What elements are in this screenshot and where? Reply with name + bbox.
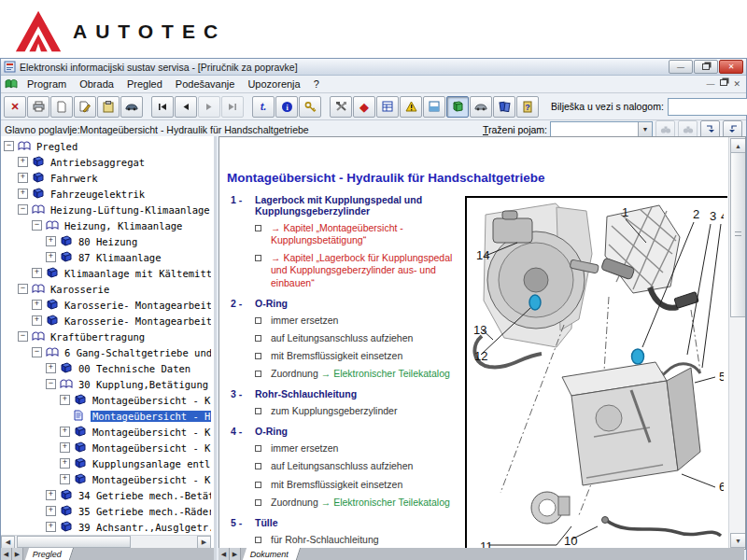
tree-expander-plus-icon[interactable]: + bbox=[32, 300, 42, 310]
tree-item[interactable]: +Fahrzeugelektrik bbox=[1, 186, 211, 202]
tab-pregled[interactable]: Pregled bbox=[25, 548, 74, 560]
tree-expander-plus-icon[interactable]: + bbox=[32, 315, 42, 326]
tab-next-icon[interactable]: ▶ bbox=[12, 548, 23, 560]
menu-upozorenja[interactable]: Upozorenja bbox=[241, 77, 306, 91]
tree-expander-minus-icon[interactable]: − bbox=[32, 220, 42, 231]
restore-button[interactable] bbox=[694, 60, 718, 74]
mdi-close-button[interactable]: ✕ bbox=[733, 79, 740, 89]
tree-item[interactable]: +Montageübersicht - Kupplung bbox=[1, 471, 211, 487]
tree-item[interactable]: +Kupplungsanlage entlüften bbox=[1, 455, 211, 471]
tree-item[interactable]: −Heizung, Klimaanlage bbox=[1, 217, 211, 233]
tab-dokument[interactable]: Dokument bbox=[243, 548, 301, 560]
exit-button[interactable]: ✕ bbox=[4, 96, 26, 118]
vehicle-button[interactable] bbox=[120, 96, 143, 118]
print-button[interactable] bbox=[27, 96, 49, 118]
tree-item[interactable]: +Klimaanlage mit Kältemittel R13 bbox=[1, 265, 211, 281]
tree-item[interactable]: +00 Technische Daten bbox=[1, 360, 211, 376]
tree-item[interactable]: +87 Klimaanlage bbox=[1, 249, 211, 265]
scroll-up-icon[interactable]: ▲ bbox=[730, 138, 746, 153]
mdi-restore-button[interactable] bbox=[720, 79, 727, 86]
warning-button[interactable] bbox=[400, 96, 422, 118]
tree-item[interactable]: +Antriebsaggregat bbox=[1, 154, 211, 170]
note-input[interactable] bbox=[668, 98, 747, 116]
tree-item[interactable]: −30 Kupplung,Betätigung bbox=[1, 376, 211, 392]
tree-item[interactable]: −Karosserie bbox=[1, 281, 211, 297]
menu-?[interactable]: ? bbox=[307, 77, 326, 91]
tree-expander-minus-icon[interactable]: − bbox=[18, 331, 28, 342]
tree-expander-plus-icon[interactable]: + bbox=[60, 395, 70, 405]
tree-item[interactable]: +35 Getriebe mech.-Räder,Welle bbox=[1, 503, 211, 519]
new-doc-button[interactable] bbox=[50, 96, 73, 118]
tree-expander-plus-icon[interactable]: + bbox=[46, 522, 56, 532]
tree-expander-plus-icon[interactable]: + bbox=[60, 442, 70, 453]
scrollbar-thumb[interactable] bbox=[17, 536, 131, 548]
tree-item[interactable]: +Montageübersicht - Kupplung bbox=[1, 440, 211, 455]
tree-item[interactable]: −Pregled bbox=[1, 138, 211, 154]
tree-item[interactable]: −6 Gang-Schaltgetriebe und Autom bbox=[1, 344, 211, 360]
minimize-button[interactable]: — bbox=[669, 60, 693, 74]
nav-first-button[interactable] bbox=[151, 96, 174, 118]
parts-button[interactable]: ◆ bbox=[353, 96, 375, 118]
tree-expander-minus-icon[interactable]: − bbox=[18, 284, 28, 294]
paste-note-button[interactable] bbox=[97, 96, 120, 118]
tree-expander-minus-icon[interactable]: − bbox=[4, 141, 14, 151]
menu-pregled[interactable]: Pregled bbox=[120, 77, 169, 91]
scroll-down-icon[interactable]: ▼ bbox=[730, 533, 746, 548]
title-bar[interactable]: Elektronski informacijski sustav servisa… bbox=[1, 59, 746, 76]
nav-prev-button[interactable] bbox=[175, 96, 197, 118]
scroll-right-icon[interactable]: ▶ bbox=[197, 536, 211, 549]
tree-expander-plus-icon[interactable]: + bbox=[46, 490, 56, 500]
tab-next-icon[interactable]: ▶ bbox=[230, 548, 241, 560]
text-size-button[interactable]: t. bbox=[252, 96, 275, 118]
tree-item[interactable]: +Fahrwerk bbox=[1, 170, 211, 186]
info-button[interactable]: i bbox=[275, 96, 298, 118]
tree-item[interactable]: +34 Getriebe mech.-Betät.,ZSB. bbox=[1, 487, 211, 503]
chapter-link[interactable]: → Kapitel „Lagerbock für Kupplungspedal … bbox=[271, 252, 452, 287]
close-button[interactable]: ✕ bbox=[719, 60, 743, 74]
tree-item[interactable]: −Kraftübertragung bbox=[1, 329, 211, 344]
combo-dropdown-icon[interactable]: ▼ bbox=[638, 122, 652, 136]
tree-item[interactable]: −Heizung-Lüftung-Klimaanlage bbox=[1, 202, 211, 217]
tree-expander-minus-icon[interactable]: − bbox=[18, 204, 28, 215]
help-book-button[interactable]: ? bbox=[516, 96, 539, 118]
tree-expander-minus-icon[interactable]: − bbox=[32, 347, 42, 357]
scrollbar-thumb[interactable] bbox=[730, 152, 746, 317]
tree-item[interactable]: +Montageübersicht - Kupplung bbox=[1, 424, 211, 440]
tree-expander-plus-icon[interactable]: + bbox=[60, 474, 70, 484]
tree-item[interactable]: +80 Heizung bbox=[1, 233, 211, 249]
tree-expander-plus-icon[interactable]: + bbox=[18, 157, 28, 167]
tree-expander-plus-icon[interactable]: + bbox=[18, 189, 28, 199]
tree-item[interactable]: +Karosserie- Montagearbeiten Inn bbox=[1, 297, 211, 313]
panel-button[interactable] bbox=[423, 96, 445, 118]
search-combobox[interactable]: ▼ bbox=[550, 121, 653, 137]
car-data-button[interactable] bbox=[470, 96, 492, 118]
tab-prev-icon[interactable]: ◀ bbox=[218, 548, 230, 560]
tree-expander-plus-icon[interactable]: + bbox=[60, 458, 70, 469]
tab-prev-icon[interactable]: ◀ bbox=[1, 548, 12, 560]
tree-expander-minus-icon[interactable]: − bbox=[46, 379, 56, 389]
table-button[interactable] bbox=[376, 96, 399, 118]
mdi-minimize-button[interactable]: — bbox=[706, 79, 714, 89]
nav-next-button[interactable] bbox=[198, 96, 220, 118]
tree-expander-plus-icon[interactable]: + bbox=[32, 268, 42, 278]
tree-item[interactable]: +Montageübersicht - Kupplung bbox=[1, 392, 211, 408]
tree-expander-plus-icon[interactable]: + bbox=[46, 236, 56, 246]
tools-button[interactable] bbox=[330, 96, 352, 118]
nav-last-button[interactable] bbox=[221, 96, 244, 118]
wiring-books-button[interactable] bbox=[493, 96, 515, 118]
tree-item[interactable]: +39 Achsantr.,Ausglgetr.,Diffs bbox=[1, 519, 211, 534]
tree-expander-plus-icon[interactable]: + bbox=[60, 427, 70, 437]
document-vertical-scrollbar[interactable]: ▲ ▼ bbox=[728, 137, 745, 549]
chapter-link[interactable]: → Kapitel „Montageübersicht - Kupplungsb… bbox=[271, 222, 403, 245]
menu-program[interactable]: Program bbox=[21, 77, 73, 91]
tree-item[interactable]: Montageübersicht - Hydrauli bbox=[1, 408, 211, 424]
tree-item[interactable]: +Karosserie- Montagearbeiten Aus bbox=[1, 313, 211, 329]
tree-expander-plus-icon[interactable]: + bbox=[18, 173, 28, 183]
scroll-left-icon[interactable]: ◀ bbox=[1, 536, 15, 549]
menu-podeavanje[interactable]: Podešavanje bbox=[169, 77, 242, 91]
parts-catalog-link[interactable]: → Elektronischer Teilekatalog bbox=[321, 497, 450, 508]
repair-manual-button[interactable] bbox=[446, 96, 469, 118]
menu-obrada[interactable]: Obrada bbox=[73, 77, 120, 91]
tree-expander-plus-icon[interactable]: + bbox=[46, 252, 56, 262]
parts-catalog-link[interactable]: → Elektronischer Teilekatalog bbox=[321, 368, 450, 379]
